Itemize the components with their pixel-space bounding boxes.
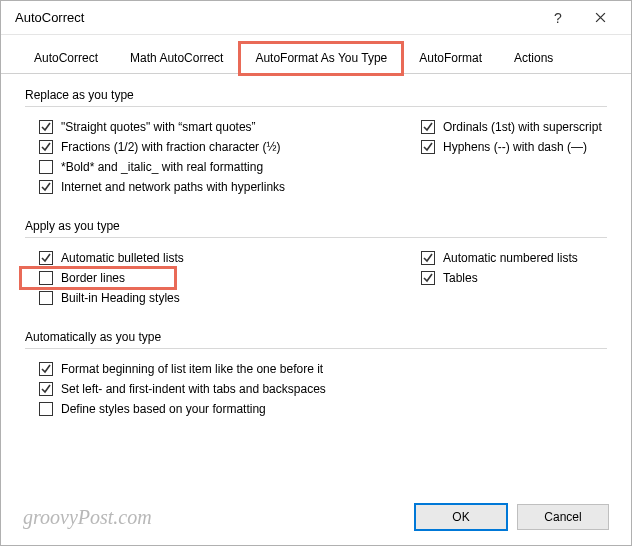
- apply-option-checkbox[interactable]: [39, 251, 53, 265]
- divider: [25, 237, 607, 238]
- ok-button[interactable]: OK: [415, 504, 507, 530]
- check-icon: [423, 142, 433, 152]
- check-icon: [41, 182, 51, 192]
- check-icon: [41, 142, 51, 152]
- replace-option-checkbox[interactable]: [421, 120, 435, 134]
- auto-option-label[interactable]: Set left- and first-indent with tabs and…: [61, 382, 326, 396]
- replace-option-label[interactable]: Fractions (1/2) with fraction character …: [61, 140, 280, 154]
- tab-autoformat-as-you-type[interactable]: AutoFormat As You Type: [240, 43, 402, 74]
- auto-option-checkbox[interactable]: [39, 382, 53, 396]
- replace-option-checkbox[interactable]: [39, 160, 53, 174]
- tab-autocorrect[interactable]: AutoCorrect: [19, 43, 113, 73]
- replace-option-checkbox[interactable]: [39, 140, 53, 154]
- tab-panel-autoformat-as-you-type: Replace as you type "Straight quotes" wi…: [1, 74, 631, 495]
- apply-option-row: Border lines: [21, 268, 175, 288]
- tab-math-autocorrect[interactable]: Math AutoCorrect: [115, 43, 238, 73]
- apply-option-label[interactable]: Automatic bulleted lists: [61, 251, 184, 265]
- replace-option-row: Hyphens (--) with dash (—): [407, 137, 607, 157]
- replace-options: "Straight quotes" with “smart quotes”Fra…: [25, 117, 607, 197]
- auto-option-row: Set left- and first-indent with tabs and…: [25, 379, 607, 399]
- titlebar: AutoCorrect ?: [1, 1, 631, 35]
- watermark-text: groovyPost.com: [23, 506, 152, 529]
- replace-option-label[interactable]: Internet and network paths with hyperlin…: [61, 180, 285, 194]
- cancel-button[interactable]: Cancel: [517, 504, 609, 530]
- auto-options: Format beginning of list item like the o…: [25, 359, 607, 419]
- replace-option-row: *Bold* and _italic_ with real formatting: [25, 157, 377, 177]
- apply-option-label[interactable]: Built-in Heading styles: [61, 291, 180, 305]
- apply-option-label[interactable]: Border lines: [61, 271, 125, 285]
- window-title: AutoCorrect: [15, 10, 537, 25]
- apply-option-row: Built-in Heading styles: [25, 288, 377, 308]
- auto-option-label[interactable]: Define styles based on your formatting: [61, 402, 266, 416]
- apply-option-row: Automatic bulleted lists: [25, 248, 377, 268]
- apply-option-row: Automatic numbered lists: [407, 248, 607, 268]
- apply-option-label[interactable]: Tables: [443, 271, 478, 285]
- replace-option-label[interactable]: "Straight quotes" with “smart quotes”: [61, 120, 256, 134]
- auto-option-row: Define styles based on your formatting: [25, 399, 607, 419]
- auto-option-checkbox[interactable]: [39, 362, 53, 376]
- apply-option-checkbox[interactable]: [39, 271, 53, 285]
- check-icon: [423, 253, 433, 263]
- autocorrect-dialog: AutoCorrect ? AutoCorrectMath AutoCorrec…: [0, 0, 632, 546]
- auto-option-row: Format beginning of list item like the o…: [25, 359, 607, 379]
- check-icon: [423, 122, 433, 132]
- tab-autoformat[interactable]: AutoFormat: [404, 43, 497, 73]
- tab-actions[interactable]: Actions: [499, 43, 568, 73]
- apply-option-label[interactable]: Automatic numbered lists: [443, 251, 578, 265]
- apply-options: Automatic bulleted listsBorder linesBuil…: [25, 248, 607, 308]
- replace-option-checkbox[interactable]: [39, 180, 53, 194]
- apply-option-checkbox[interactable]: [421, 271, 435, 285]
- replace-option-label[interactable]: Hyphens (--) with dash (—): [443, 140, 587, 154]
- close-icon: [595, 12, 606, 23]
- replace-option-checkbox[interactable]: [39, 120, 53, 134]
- tab-strip: AutoCorrectMath AutoCorrectAutoFormat As…: [1, 35, 631, 74]
- section-auto-title: Automatically as you type: [25, 330, 607, 344]
- check-icon: [41, 384, 51, 394]
- close-button[interactable]: [579, 1, 621, 35]
- replace-option-row: Fractions (1/2) with fraction character …: [25, 137, 377, 157]
- dialog-buttons: OK Cancel: [415, 504, 609, 530]
- replace-option-row: "Straight quotes" with “smart quotes”: [25, 117, 377, 137]
- auto-option-checkbox[interactable]: [39, 402, 53, 416]
- replace-option-label[interactable]: Ordinals (1st) with superscript: [443, 120, 602, 134]
- replace-option-row: Internet and network paths with hyperlin…: [25, 177, 377, 197]
- divider: [25, 348, 607, 349]
- apply-option-checkbox[interactable]: [421, 251, 435, 265]
- check-icon: [41, 253, 51, 263]
- check-icon: [423, 273, 433, 283]
- section-replace-title: Replace as you type: [25, 88, 607, 102]
- replace-option-label[interactable]: *Bold* and _italic_ with real formatting: [61, 160, 263, 174]
- replace-option-checkbox[interactable]: [421, 140, 435, 154]
- apply-option-checkbox[interactable]: [39, 291, 53, 305]
- check-icon: [41, 364, 51, 374]
- section-apply-title: Apply as you type: [25, 219, 607, 233]
- replace-option-row: Ordinals (1st) with superscript: [407, 117, 607, 137]
- auto-option-label[interactable]: Format beginning of list item like the o…: [61, 362, 323, 376]
- dialog-footer: groovyPost.com OK Cancel: [1, 495, 631, 545]
- apply-option-row: Tables: [407, 268, 607, 288]
- divider: [25, 106, 607, 107]
- check-icon: [41, 122, 51, 132]
- help-button[interactable]: ?: [537, 1, 579, 35]
